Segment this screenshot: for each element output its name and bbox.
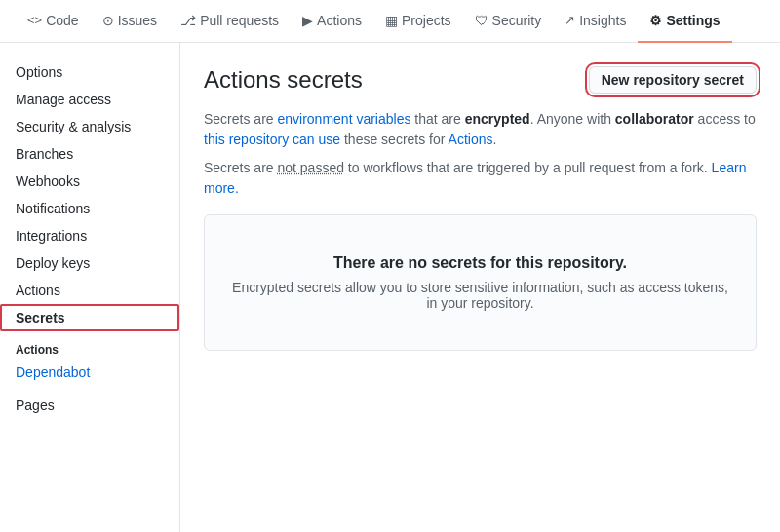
nav-code-label: Code bbox=[46, 13, 78, 28]
nav-security[interactable]: 🛡 Security bbox=[463, 0, 554, 43]
actions-link[interactable]: Actions bbox=[448, 132, 493, 147]
settings-icon: ⚙ bbox=[649, 13, 662, 28]
sidebar: Options Manage access Security & analysi… bbox=[0, 43, 180, 532]
sidebar-item-actions[interactable]: Actions bbox=[0, 277, 179, 304]
empty-state-box: There are no secrets for this repository… bbox=[204, 214, 757, 351]
nav-projects[interactable]: ▦ Projects bbox=[373, 0, 463, 43]
sidebar-secrets-section-label: Actions bbox=[0, 331, 179, 361]
sidebar-item-integrations[interactable]: Integrations bbox=[0, 222, 179, 249]
pullrequest-icon: ⎇ bbox=[180, 13, 196, 28]
description-1: Secrets are environment variables that a… bbox=[204, 109, 757, 150]
sidebar-item-deploy-keys[interactable]: Deploy keys bbox=[0, 249, 179, 277]
sidebar-item-notifications[interactable]: Notifications bbox=[0, 195, 179, 222]
code-icon: <> bbox=[27, 13, 42, 27]
actions-icon: ▶ bbox=[302, 13, 313, 28]
page-title: Actions secrets bbox=[204, 66, 363, 94]
empty-state-title: There are no secrets for this repository… bbox=[228, 254, 732, 272]
nav-projects-label: Projects bbox=[402, 13, 451, 28]
description-2: Secrets are not passed to workflows that… bbox=[204, 158, 757, 199]
nav-pullrequests-label: Pull requests bbox=[200, 13, 279, 28]
sidebar-item-branches[interactable]: Branches bbox=[0, 140, 179, 168]
environment-variables-link[interactable]: environment variables bbox=[277, 111, 410, 127]
nav-settings-label: Settings bbox=[666, 13, 720, 28]
security-icon: 🛡 bbox=[475, 13, 488, 28]
this-repository-link[interactable]: this repository can use bbox=[204, 132, 340, 147]
main-header: Actions secrets New repository secret bbox=[204, 66, 757, 94]
sidebar-item-manage-access[interactable]: Manage access bbox=[0, 86, 179, 113]
nav-insights-label: Insights bbox=[579, 13, 626, 28]
sidebar-item-security-analysis[interactable]: Security & analysis bbox=[0, 113, 179, 140]
nav-actions-label: Actions bbox=[317, 13, 362, 28]
nav-insights[interactable]: ↗ Insights bbox=[553, 0, 638, 43]
nav-settings[interactable]: ⚙ Settings bbox=[638, 0, 731, 43]
nav-security-label: Security bbox=[492, 13, 542, 28]
sidebar-item-pages[interactable]: Pages bbox=[0, 392, 179, 419]
sidebar-link-dependabot[interactable]: Dependabot bbox=[0, 361, 179, 384]
nav-issues-label: Issues bbox=[118, 13, 157, 28]
sidebar-item-secrets[interactable]: Secrets bbox=[0, 304, 179, 331]
nav-actions[interactable]: ▶ Actions bbox=[291, 0, 373, 43]
main-content: Actions secrets New repository secret Se… bbox=[180, 43, 780, 532]
empty-state-desc: Encrypted secrets allow you to store sen… bbox=[228, 280, 732, 311]
projects-icon: ▦ bbox=[385, 13, 398, 28]
issues-icon: ⊙ bbox=[102, 13, 114, 28]
layout: Options Manage access Security & analysi… bbox=[0, 43, 780, 532]
insights-icon: ↗ bbox=[565, 13, 575, 27]
sidebar-item-webhooks[interactable]: Webhooks bbox=[0, 168, 179, 195]
nav-code[interactable]: <> Code bbox=[16, 0, 91, 43]
nav-pullrequests[interactable]: ⎇ Pull requests bbox=[169, 0, 291, 43]
sidebar-item-options[interactable]: Options bbox=[0, 58, 179, 86]
top-nav: <> Code ⊙ Issues ⎇ Pull requests ▶ Actio… bbox=[0, 0, 780, 43]
nav-issues[interactable]: ⊙ Issues bbox=[91, 0, 169, 43]
new-repository-secret-button[interactable]: New repository secret bbox=[589, 66, 757, 94]
